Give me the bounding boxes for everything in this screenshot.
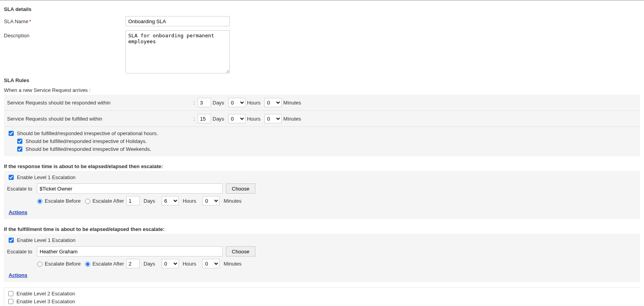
irrespective-holidays-label: Should be fulfilled/responded irrespecti… — [25, 138, 147, 144]
colon: : — [191, 100, 198, 106]
arrives-text: When a new Service Request arrives : — [4, 87, 640, 93]
response-timing-row: Escalate Before Escalate After Days 6 Ho… — [35, 196, 637, 205]
description-row: Description SLA for onboarding permanent… — [4, 30, 640, 73]
irrespective-holidays-checkbox[interactable] — [17, 139, 22, 144]
response-escalate-after-radio-label[interactable]: Escalate After — [83, 198, 124, 204]
responded-within-label: Service Requests should be responded wit… — [7, 100, 191, 106]
description-textarea[interactable]: SLA for onboarding permanent employees — [126, 30, 230, 73]
fulfillment-enable-l1-label: Enable Level 1 Escalation — [17, 237, 76, 243]
enable-l3-label: Enable Level 3 Escalation — [16, 299, 75, 304]
response-hours-select[interactable]: 6 — [162, 196, 179, 205]
hours-unit: Hours — [247, 100, 261, 106]
fulfillment-timing-row: Escalate Before Escalate After Days 0 Ho… — [35, 259, 637, 268]
fulfilled-minutes-select[interactable]: 0 — [264, 114, 282, 123]
fulfilled-days-input[interactable] — [198, 114, 211, 123]
fulfillment-escalation-heading: If the fulfillment time is about to be e… — [4, 226, 640, 232]
sla-details-heading: SLA details — [4, 6, 640, 12]
fulfillment-escalate-before-radio[interactable] — [37, 262, 42, 267]
fulfilled-hours-select[interactable]: 0 — [228, 114, 246, 123]
fulfillment-escalate-after-text: Escalate After — [93, 261, 124, 267]
sla-name-label: SLA Name* — [4, 16, 126, 24]
responded-minutes-select[interactable]: 0 — [264, 98, 282, 107]
minutes-unit: Minutes — [283, 116, 301, 122]
irrespective-ops-checkbox[interactable] — [9, 131, 14, 136]
required-asterisk: * — [29, 18, 31, 24]
hours-unit: Hours — [183, 261, 196, 267]
response-enable-l1-label: Enable Level 1 Escalation — [17, 174, 76, 180]
fulfillment-choose-button[interactable]: Choose — [226, 246, 255, 257]
response-escalate-after-text: Escalate After — [93, 198, 124, 204]
minutes-unit: Minutes — [224, 198, 242, 204]
responded-hours-select[interactable]: 0 — [228, 98, 246, 107]
fulfillment-escalate-after-radio[interactable] — [85, 262, 90, 267]
response-escalation-heading: If the response time is about to be elap… — [4, 163, 640, 169]
fulfillment-escalate-before-radio-label[interactable]: Escalate Before — [35, 260, 81, 267]
sla-name-row: SLA Name* — [4, 16, 640, 26]
enable-l3-checkbox[interactable] — [8, 299, 13, 304]
fulfilled-within-label: Service Requests should be fulfilled wit… — [7, 116, 191, 122]
extra-escalation-levels: Enable Level 2 Escalation Enable Level 3… — [4, 288, 640, 306]
response-days-input[interactable] — [126, 196, 140, 205]
sla-name-label-text: SLA Name — [4, 18, 28, 24]
days-unit: Days — [144, 261, 155, 267]
response-enable-l1-checkbox[interactable] — [9, 175, 14, 180]
irrespective-weekends-checkbox[interactable] — [17, 147, 22, 152]
responded-within-row: Service Requests should be responded wit… — [4, 95, 640, 111]
sla-name-input[interactable] — [126, 16, 230, 26]
fulfillment-escalate-to-label: Escalate to — [7, 249, 34, 255]
response-escalate-after-radio[interactable] — [85, 199, 90, 204]
fulfillment-hours-select[interactable]: 0 — [162, 259, 179, 268]
response-minutes-select[interactable]: 0 — [202, 196, 220, 205]
responded-days-input[interactable] — [198, 98, 211, 107]
fulfillment-escalate-to-input[interactable] — [37, 246, 223, 257]
minutes-unit: Minutes — [224, 261, 242, 267]
irrespective-ops-label: Should be fulfilled/responded irrespecti… — [17, 130, 158, 136]
response-escalate-before-radio-label[interactable]: Escalate Before — [35, 198, 81, 204]
enable-l2-checkbox[interactable] — [8, 291, 13, 296]
fulfillment-escalation-block: Enable Level 1 Escalation Escalate to Ch… — [4, 234, 640, 282]
irrespective-weekends-label: Should be fulfilled/responded irrespecti… — [25, 146, 151, 152]
fulfillment-minutes-select[interactable]: 0 — [202, 259, 220, 268]
irrespective-block: Should be fulfilled/responded irrespecti… — [4, 127, 640, 156]
hours-unit: Hours — [247, 116, 261, 122]
fulfillment-enable-l1-checkbox[interactable] — [9, 238, 14, 243]
response-actions-link[interactable]: Actions — [9, 209, 27, 215]
response-choose-button[interactable]: Choose — [226, 183, 255, 194]
fulfillment-escalate-after-radio-label[interactable]: Escalate After — [83, 260, 124, 267]
response-escalate-to-label: Escalate to — [7, 186, 34, 192]
response-escalate-before-text: Escalate Before — [45, 198, 81, 204]
days-unit: Days — [213, 116, 224, 122]
fulfillment-actions-link[interactable]: Actions — [9, 272, 27, 278]
sla-rules-heading: SLA Rules — [4, 77, 640, 83]
response-escalate-before-radio[interactable] — [37, 199, 42, 204]
hours-unit: Hours — [183, 198, 196, 204]
description-label: Description — [4, 30, 126, 38]
response-escalate-to-input[interactable] — [37, 183, 223, 194]
colon: : — [191, 116, 198, 122]
days-unit: Days — [213, 100, 224, 106]
fulfilled-within-row: Service Requests should be fulfilled wit… — [4, 111, 640, 127]
fulfillment-days-input[interactable] — [126, 259, 140, 268]
sla-form: SLA details SLA Name* Description SLA fo… — [0, 0, 644, 306]
days-unit: Days — [144, 198, 155, 204]
minutes-unit: Minutes — [283, 100, 301, 106]
enable-l2-label: Enable Level 2 Escalation — [16, 291, 75, 297]
fulfillment-escalate-before-text: Escalate Before — [45, 261, 81, 267]
response-escalation-block: Enable Level 1 Escalation Escalate to Ch… — [4, 171, 640, 219]
